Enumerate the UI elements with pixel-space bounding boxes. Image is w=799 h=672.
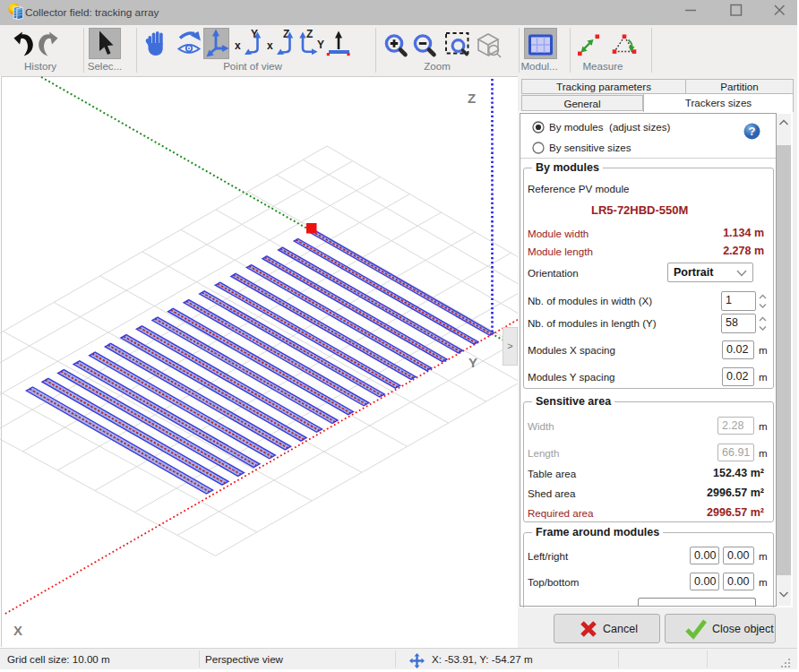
- svg-text:x: x: [267, 39, 273, 52]
- svg-text:Y: Y: [468, 355, 477, 370]
- svg-text:Y: Y: [317, 39, 324, 51]
- svg-text:Z: Z: [306, 28, 313, 40]
- svg-text:x: x: [235, 39, 241, 52]
- svg-text:X: X: [13, 623, 22, 638]
- svg-text:?: ?: [749, 125, 756, 138]
- svg-text:Z: Z: [468, 90, 476, 106]
